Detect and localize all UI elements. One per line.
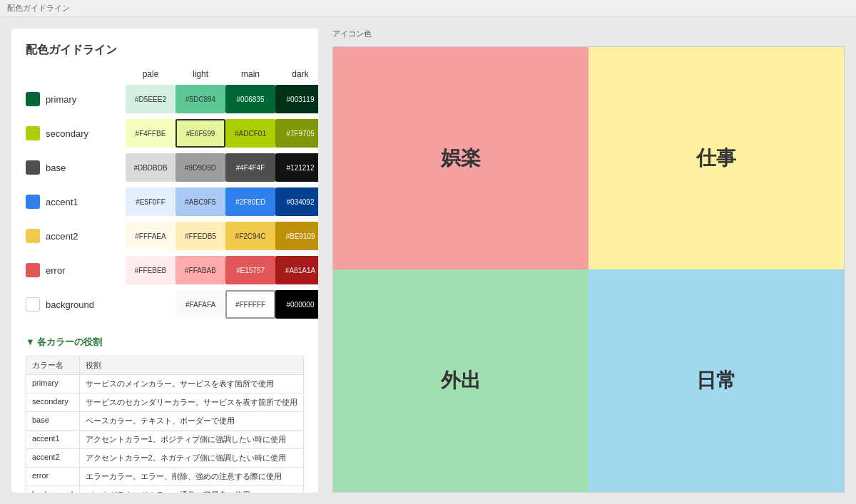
col-dark: dark xyxy=(275,69,318,79)
col-light: light xyxy=(175,69,225,79)
swatch-error-3: #A81A1A xyxy=(275,256,318,284)
color-row-base: base#DBDBDB#9D9D9D#4F4F4F#121212 xyxy=(26,153,304,182)
color-label-secondary: secondary xyxy=(46,128,88,139)
window-bar: 配色ガイドライン xyxy=(0,0,856,17)
swatch-secondary-1: #E6F599 xyxy=(175,119,225,148)
color-label-primary: primary xyxy=(46,94,76,105)
main-layout: 配色ガイドライン pale light main dark primary#D5… xyxy=(0,17,856,504)
color-dot-accent2 xyxy=(26,229,40,243)
color-row-primary: primary#D5EEE2#5DC894#006835#003119 xyxy=(26,85,304,113)
role-row-accent2: accent2アクセントカラー2。ネガティブ側に強調したい時に使用 xyxy=(26,449,304,468)
role-row-primary: primaryサービスのメインカラー。サービスを表す箇所で使用 xyxy=(26,375,304,394)
swatch-error-1: #FFABAB xyxy=(175,256,225,284)
color-row-accent2: accent2#FFFAEA#FFEDB5#F2C94C#BE9109 xyxy=(26,222,304,250)
swatch-accent1-0: #E5F0FF xyxy=(126,187,175,216)
icon-color-label: アイコン色 xyxy=(332,29,845,39)
color-label-accent2: accent2 xyxy=(46,231,78,242)
swatch-accent2-1: #FFEDB5 xyxy=(175,222,225,250)
color-header-row: pale light main dark xyxy=(26,69,304,79)
color-row-secondary: secondary#F4FFBE#E6F599#ADCF01#7F9705 xyxy=(26,119,304,148)
icon-grid: 娯楽仕事外出日常 xyxy=(332,46,845,493)
color-dot-accent1 xyxy=(26,195,40,209)
col-pale: pale xyxy=(126,69,175,79)
swatch-primary-1: #5DC894 xyxy=(175,85,225,113)
icon-cell-0: 娯楽 xyxy=(333,47,588,269)
swatch-background-0 xyxy=(126,290,175,319)
color-dot-background xyxy=(26,297,40,312)
icon-cell-3: 日常 xyxy=(588,269,844,492)
right-panel: アイコン色 娯楽仕事外出日常 xyxy=(332,29,845,493)
window-title: 配色ガイドライン xyxy=(7,4,70,12)
color-dot-base xyxy=(26,160,40,175)
swatch-primary-3: #003119 xyxy=(275,85,318,113)
th-role: 役割 xyxy=(79,356,303,375)
col-main: main xyxy=(225,69,275,79)
color-label-error: error xyxy=(46,265,65,276)
role-table-body: primaryサービスのメインカラー。サービスを表す箇所で使用secondary… xyxy=(26,375,304,493)
swatch-accent2-3: #BE9109 xyxy=(275,222,318,250)
swatch-accent2-0: #FFFAEA xyxy=(126,222,175,250)
swatch-primary-2: #006835 xyxy=(225,85,275,113)
swatch-secondary-3: #7F9705 xyxy=(275,119,318,148)
color-grid: pale light main dark primary#D5EEE2#5DC8… xyxy=(26,69,304,319)
color-label-base: base xyxy=(46,163,66,173)
swatch-secondary-0: #F4FFBE xyxy=(126,119,175,148)
swatch-base-3: #121212 xyxy=(275,153,318,182)
swatch-background-3: #000000 xyxy=(275,290,318,319)
color-row-accent1: accent1#E5F0FF#ABC9F5#2F80ED#034092 xyxy=(26,187,304,216)
color-rows: primary#D5EEE2#5DC894#006835#003119secon… xyxy=(26,85,304,319)
swatch-primary-0: #D5EEE2 xyxy=(126,85,175,113)
role-row-base: baseベースカラー。テキスト、ボーダーで使用 xyxy=(26,412,304,431)
role-section: ▼ 各カラーの役割 カラー名 役割 primaryサービスのメインカラー。サービ… xyxy=(26,336,304,493)
swatch-accent1-3: #034092 xyxy=(275,187,318,216)
color-row-error: error#FFEBEB#FFABAB#E15757#A81A1A xyxy=(26,256,304,284)
panel-title: 配色ガイドライン xyxy=(26,43,304,58)
left-panel: 配色ガイドライン pale light main dark primary#D5… xyxy=(11,29,318,493)
role-row-accent1: accent1アクセントカラー1。ポジティブ側に強調したい時に使用 xyxy=(26,431,304,449)
color-label-background: background xyxy=(46,299,94,310)
swatch-background-1: #FAFAFA xyxy=(175,290,225,319)
icon-cell-2: 外出 xyxy=(333,269,588,492)
role-row-background: backgroundバックグラウンドカラー。通常の背景色に使用 xyxy=(26,486,304,493)
icon-cell-1: 仕事 xyxy=(588,47,844,269)
role-section-title: ▼ 各カラーの役割 xyxy=(26,336,304,349)
role-row-secondary: secondaryサービスのセカンダリーカラー。サービスを表す箇所で使用 xyxy=(26,394,304,412)
role-row-error: errorエラーカラー。エラー、削除、強めの注意する際に使用 xyxy=(26,468,304,486)
role-table: カラー名 役割 primaryサービスのメインカラー。サービスを表す箇所で使用s… xyxy=(26,356,304,493)
swatch-base-1: #9D9D9D xyxy=(175,153,225,182)
th-color-name: カラー名 xyxy=(26,356,80,375)
swatch-base-0: #DBDBDB xyxy=(126,153,175,182)
swatch-base-2: #4F4F4F xyxy=(225,153,275,182)
color-label-accent1: accent1 xyxy=(46,197,78,207)
swatch-accent1-1: #ABC9F5 xyxy=(175,187,225,216)
swatch-secondary-2: #ADCF01 xyxy=(225,119,275,148)
swatch-error-2: #E15757 xyxy=(225,256,275,284)
color-row-background: background#FAFAFA#FFFFFF#000000 xyxy=(26,290,304,319)
swatch-background-2: #FFFFFF xyxy=(225,290,275,319)
swatch-accent1-2: #2F80ED xyxy=(225,187,275,216)
color-dot-primary xyxy=(26,92,40,106)
swatch-error-0: #FFEBEB xyxy=(126,256,175,284)
color-dot-error xyxy=(26,263,40,277)
swatch-accent2-2: #F2C94C xyxy=(225,222,275,250)
color-dot-secondary xyxy=(26,126,40,140)
